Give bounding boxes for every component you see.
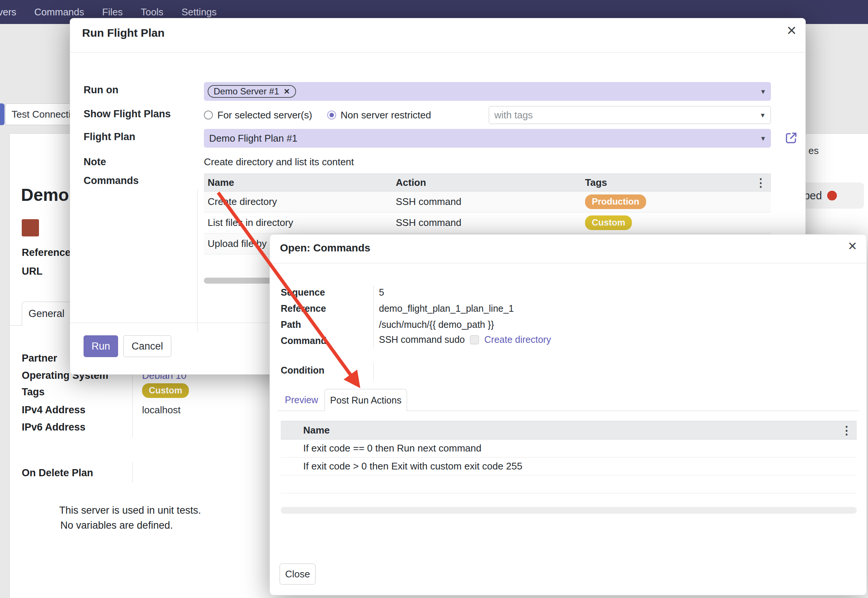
modal-title: Open: Commands [280, 242, 370, 254]
external-link-icon[interactable] [784, 130, 799, 145]
flight-plan-select[interactable]: Demo Flight Plan #1 ▾ [204, 129, 771, 148]
close-icon[interactable]: × [787, 22, 796, 39]
field-divider [197, 189, 198, 331]
cell-action: SSH command [396, 196, 585, 208]
sequence-label: Sequence [281, 287, 325, 298]
note-label: Note [84, 156, 106, 168]
ipv4-value: localhost [142, 404, 181, 416]
column-header-name[interactable]: Name [281, 425, 330, 436]
page-title: Demo [21, 185, 69, 205]
cancel-button[interactable]: Cancel [123, 335, 171, 357]
field-divider [373, 363, 374, 381]
table-options-kebab-icon[interactable]: ⋮ [755, 176, 766, 189]
ipv6-label: IPv6 Address [22, 422, 85, 433]
cell-name: Create directory [204, 196, 396, 208]
dropdown-caret-icon: ▾ [761, 111, 765, 120]
reference-label: Reference [281, 303, 326, 314]
tags-badge-wrap: Custom [142, 383, 189, 398]
primary-button-edge[interactable] [0, 103, 4, 125]
open-commands-modal: Open: Commands × Sequence 5 Reference de… [269, 234, 867, 595]
tab-preview[interactable]: Preview [285, 389, 318, 411]
server-tag-label: Demo Server #1 [214, 86, 279, 97]
close-icon[interactable]: × [848, 238, 857, 253]
partner-label: Partner [22, 353, 57, 364]
condition-label: Condition [281, 365, 325, 376]
radio-for-selected-servers[interactable] [204, 111, 213, 120]
horizontal-scrollbar-track[interactable] [281, 507, 857, 514]
run-button[interactable]: Run [84, 335, 118, 357]
radio-for-selected-servers-label: For selected server(s) [217, 109, 312, 121]
table-row[interactable]: If exit code == 0 then Run next command [281, 440, 857, 457]
cell-name: List files in directory [204, 217, 396, 229]
ipv4-label: IPv4 Address [22, 404, 85, 416]
nav-item-tools[interactable]: Tools [132, 6, 172, 18]
with-tags-select[interactable]: with tags ▾ [489, 106, 771, 124]
flight-plan-value: Demo Flight Plan #1 [209, 133, 298, 144]
field-divider [373, 286, 374, 348]
url-label: URL [22, 266, 43, 277]
radio-non-server-restricted-label: Non server restricted [341, 109, 431, 121]
column-header-name[interactable]: Name [204, 177, 396, 188]
nav-item-commands[interactable]: Commands [25, 6, 93, 18]
command-value: SSH command sudo [379, 334, 465, 345]
remove-tag-icon[interactable]: ✕ [284, 87, 290, 96]
table-row[interactable]: List files in directory SSH command Cust… [204, 212, 771, 233]
table-row[interactable]: Create directory SSH command Production [204, 191, 771, 212]
tab-post-run-actions[interactable]: Post Run Actions [325, 389, 407, 411]
tag-badge-production: Production [585, 194, 646, 209]
nav-item-settings[interactable]: Settings [172, 6, 226, 18]
reference-label: Reference [22, 247, 71, 259]
label-divider [132, 462, 133, 483]
column-header-tags[interactable]: Tags [585, 177, 607, 188]
table-row[interactable]: If exit code > 0 then Exit with custom e… [281, 457, 857, 475]
tag-badge-custom[interactable]: Custom [142, 383, 189, 398]
path-value: /such/much/{{ demo_path }} [379, 319, 494, 330]
divider [270, 263, 867, 263]
table-options-kebab-icon[interactable]: ⋮ [841, 424, 852, 437]
cell-action: SSH command [396, 217, 585, 229]
sequence-value: 5 [379, 287, 384, 298]
on-delete-plan-label: On Delete Plan [22, 467, 93, 479]
cell-name: If exit code > 0 then Exit with custom e… [281, 460, 522, 472]
commands-label: Commands [84, 175, 139, 187]
unit-test-note-line2: No variables are defined. [60, 520, 173, 531]
flight-plan-label: Flight Plan [84, 131, 135, 143]
close-button[interactable]: Close [280, 564, 316, 585]
divider [70, 52, 805, 52]
with-tags-placeholder: with tags [494, 109, 533, 121]
flight-plan-filter-radios: For selected server(s) Non server restri… [204, 106, 431, 124]
tag-badge-custom: Custom [585, 215, 632, 230]
command-label: Command [281, 335, 326, 346]
cell-name: If exit code == 0 then Run next command [281, 443, 482, 454]
show-flight-plans-label: Show Flight Plans [84, 108, 171, 120]
unit-test-note-line1: This server is used in unit tests. [59, 505, 201, 516]
modal-title: Run Flight Plan [82, 27, 165, 39]
table-row-empty [281, 475, 857, 493]
path-label: Path [281, 319, 301, 330]
tab-general[interactable]: General [22, 302, 71, 326]
nav-item-files[interactable]: Files [93, 6, 132, 18]
actions-table-header: Name ⋮ [281, 421, 857, 440]
radio-non-server-restricted[interactable] [327, 111, 336, 120]
run-on-label: Run on [84, 84, 118, 96]
dropdown-caret-icon: ▾ [761, 87, 765, 96]
reference-value: demo_flight_plan_1_plan_line_1 [379, 303, 514, 314]
run-on-select[interactable]: Demo Server #1 ✕ ▾ [204, 82, 771, 101]
server-tag-pill: Demo Server #1 ✕ [208, 85, 296, 98]
color-swatch[interactable] [22, 219, 39, 236]
command-value-row: SSH command sudo Create directory [379, 334, 551, 345]
create-directory-checkbox[interactable] [470, 335, 479, 344]
column-header-action[interactable]: Action [396, 177, 585, 188]
post-run-actions-table: Name ⋮ If exit code == 0 then Run next c… [281, 421, 857, 494]
note-value: Create directory and list its content [204, 156, 354, 168]
commands-table-header: Name Action Tags ⋮ [204, 173, 771, 191]
create-directory-link[interactable]: Create directory [484, 334, 551, 345]
dropdown-caret-icon: ▾ [761, 134, 765, 143]
status-stopped-dot-icon [827, 191, 837, 200]
tags-label: Tags [22, 386, 45, 398]
nav-item-servers[interactable]: Servers [0, 6, 25, 18]
truncated-header-label: es [808, 145, 819, 157]
